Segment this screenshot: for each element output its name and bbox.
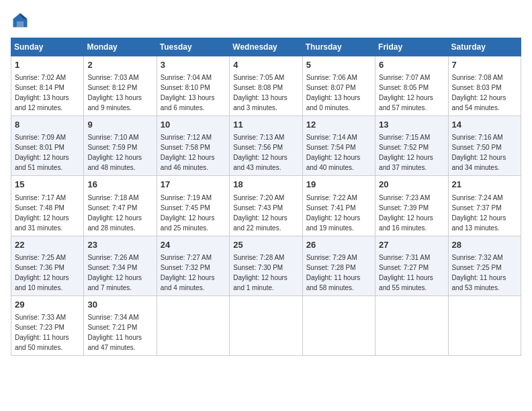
- day-number: 11: [233, 119, 298, 131]
- calendar-cell: 15Sunrise: 7:17 AMSunset: 7:48 PMDayligh…: [11, 176, 84, 236]
- calendar-cell: 28Sunrise: 7:32 AMSunset: 7:25 PMDayligh…: [448, 236, 521, 295]
- day-number: 1: [15, 59, 80, 71]
- day-number: 14: [452, 119, 517, 131]
- day-info: Sunrise: 7:27 AMSunset: 7:32 PMDaylight:…: [161, 254, 215, 291]
- day-info: Sunrise: 7:07 AMSunset: 8:05 PMDaylight:…: [379, 74, 433, 111]
- calendar-cell: 1Sunrise: 7:02 AMSunset: 8:14 PMDaylight…: [11, 56, 84, 116]
- day-number: 6: [379, 59, 444, 71]
- day-info: Sunrise: 7:20 AMSunset: 7:43 PMDaylight:…: [233, 194, 287, 232]
- calendar-cell: [448, 295, 521, 355]
- calendar-cell: 6Sunrise: 7:07 AMSunset: 8:05 PMDaylight…: [375, 56, 448, 116]
- day-number: 12: [306, 119, 371, 131]
- logo-icon: [11, 11, 30, 30]
- day-info: Sunrise: 7:32 AMSunset: 7:25 PMDaylight:…: [452, 254, 506, 291]
- day-number: 30: [87, 299, 152, 311]
- day-number: 13: [379, 119, 444, 131]
- day-info: Sunrise: 7:19 AMSunset: 7:45 PMDaylight:…: [161, 194, 215, 232]
- day-info: Sunrise: 7:29 AMSunset: 7:28 PMDaylight:…: [306, 254, 361, 291]
- calendar-cell: 9Sunrise: 7:10 AMSunset: 7:59 PMDaylight…: [84, 116, 157, 176]
- day-info: Sunrise: 7:22 AMSunset: 7:41 PMDaylight:…: [306, 194, 361, 232]
- day-number: 25: [233, 239, 298, 251]
- calendar-week-4: 29Sunrise: 7:33 AMSunset: 7:23 PMDayligh…: [11, 295, 521, 355]
- calendar-cell: 13Sunrise: 7:15 AMSunset: 7:52 PMDayligh…: [375, 116, 448, 176]
- day-number: 17: [161, 179, 226, 191]
- calendar-cell: 23Sunrise: 7:26 AMSunset: 7:34 PMDayligh…: [84, 236, 157, 295]
- calendar-table: SundayMondayTuesdayWednesdayThursdayFrid…: [11, 38, 521, 356]
- day-info: Sunrise: 7:03 AMSunset: 8:12 PMDaylight:…: [87, 74, 142, 111]
- page-header: [11, 11, 521, 30]
- day-info: Sunrise: 7:33 AMSunset: 7:23 PMDaylight:…: [15, 314, 69, 351]
- day-info: Sunrise: 7:12 AMSunset: 7:58 PMDaylight:…: [161, 134, 215, 171]
- day-number: 8: [15, 119, 80, 131]
- calendar-header-saturday: Saturday: [448, 38, 521, 56]
- day-info: Sunrise: 7:34 AMSunset: 7:21 PMDaylight:…: [87, 314, 142, 351]
- calendar-cell: 3Sunrise: 7:04 AMSunset: 8:10 PMDaylight…: [157, 56, 229, 116]
- calendar-cell: 16Sunrise: 7:18 AMSunset: 7:47 PMDayligh…: [84, 176, 157, 236]
- day-info: Sunrise: 7:25 AMSunset: 7:36 PMDaylight:…: [15, 254, 69, 291]
- day-number: 2: [87, 59, 152, 71]
- calendar-cell: 29Sunrise: 7:33 AMSunset: 7:23 PMDayligh…: [11, 295, 84, 355]
- day-number: 27: [379, 239, 444, 251]
- calendar-cell: 8Sunrise: 7:09 AMSunset: 8:01 PMDaylight…: [11, 116, 84, 176]
- calendar-header-thursday: Thursday: [302, 38, 375, 56]
- day-number: 4: [233, 59, 298, 71]
- day-info: Sunrise: 7:16 AMSunset: 7:50 PMDaylight:…: [452, 134, 506, 171]
- day-number: 15: [15, 179, 80, 191]
- day-number: 5: [306, 59, 371, 71]
- day-info: Sunrise: 7:18 AMSunset: 7:47 PMDaylight:…: [87, 194, 142, 232]
- day-number: 20: [379, 179, 444, 191]
- calendar-cell: 10Sunrise: 7:12 AMSunset: 7:58 PMDayligh…: [157, 116, 229, 176]
- day-info: Sunrise: 7:08 AMSunset: 8:03 PMDaylight:…: [452, 74, 506, 111]
- calendar-cell: 2Sunrise: 7:03 AMSunset: 8:12 PMDaylight…: [84, 56, 157, 116]
- day-number: 26: [306, 239, 371, 251]
- day-info: Sunrise: 7:09 AMSunset: 8:01 PMDaylight:…: [15, 134, 69, 171]
- calendar-header-friday: Friday: [375, 38, 448, 56]
- calendar-cell: 26Sunrise: 7:29 AMSunset: 7:28 PMDayligh…: [302, 236, 375, 295]
- day-info: Sunrise: 7:06 AMSunset: 8:07 PMDaylight:…: [306, 74, 361, 111]
- calendar-cell: 27Sunrise: 7:31 AMSunset: 7:27 PMDayligh…: [375, 236, 448, 295]
- day-number: 19: [306, 179, 371, 191]
- calendar-week-2: 15Sunrise: 7:17 AMSunset: 7:48 PMDayligh…: [11, 176, 521, 236]
- calendar-cell: 17Sunrise: 7:19 AMSunset: 7:45 PMDayligh…: [157, 176, 229, 236]
- day-number: 3: [161, 59, 226, 71]
- calendar-week-0: 1Sunrise: 7:02 AMSunset: 8:14 PMDaylight…: [11, 56, 521, 116]
- calendar-week-1: 8Sunrise: 7:09 AMSunset: 8:01 PMDaylight…: [11, 116, 521, 176]
- day-number: 7: [452, 59, 517, 71]
- calendar-cell: [230, 295, 302, 355]
- day-number: 23: [87, 239, 152, 251]
- svg-rect-2: [17, 21, 24, 28]
- day-info: Sunrise: 7:02 AMSunset: 8:14 PMDaylight:…: [15, 74, 69, 111]
- day-number: 22: [15, 239, 80, 251]
- day-info: Sunrise: 7:10 AMSunset: 7:59 PMDaylight:…: [87, 134, 142, 171]
- day-number: 29: [15, 299, 80, 311]
- calendar-cell: 11Sunrise: 7:13 AMSunset: 7:56 PMDayligh…: [230, 116, 302, 176]
- calendar-cell: 18Sunrise: 7:20 AMSunset: 7:43 PMDayligh…: [230, 176, 302, 236]
- day-info: Sunrise: 7:13 AMSunset: 7:56 PMDaylight:…: [233, 134, 287, 171]
- logo: [11, 11, 32, 30]
- day-info: Sunrise: 7:05 AMSunset: 8:08 PMDaylight:…: [233, 74, 287, 111]
- calendar-cell: 4Sunrise: 7:05 AMSunset: 8:08 PMDaylight…: [230, 56, 302, 116]
- day-number: 9: [87, 119, 152, 131]
- day-info: Sunrise: 7:15 AMSunset: 7:52 PMDaylight:…: [379, 134, 433, 171]
- calendar-cell: 22Sunrise: 7:25 AMSunset: 7:36 PMDayligh…: [11, 236, 84, 295]
- calendar-cell: 30Sunrise: 7:34 AMSunset: 7:21 PMDayligh…: [84, 295, 157, 355]
- day-info: Sunrise: 7:04 AMSunset: 8:10 PMDaylight:…: [161, 74, 215, 111]
- calendar-cell: 5Sunrise: 7:06 AMSunset: 8:07 PMDaylight…: [302, 56, 375, 116]
- day-info: Sunrise: 7:17 AMSunset: 7:48 PMDaylight:…: [15, 194, 69, 232]
- day-number: 21: [452, 179, 517, 191]
- calendar-header-monday: Monday: [84, 38, 157, 56]
- day-info: Sunrise: 7:26 AMSunset: 7:34 PMDaylight:…: [87, 254, 142, 291]
- calendar-cell: 12Sunrise: 7:14 AMSunset: 7:54 PMDayligh…: [302, 116, 375, 176]
- calendar-cell: 20Sunrise: 7:23 AMSunset: 7:39 PMDayligh…: [375, 176, 448, 236]
- day-info: Sunrise: 7:31 AMSunset: 7:27 PMDaylight:…: [379, 254, 433, 291]
- calendar-week-3: 22Sunrise: 7:25 AMSunset: 7:36 PMDayligh…: [11, 236, 521, 295]
- day-number: 24: [161, 239, 226, 251]
- day-number: 18: [233, 179, 298, 191]
- calendar-cell: 19Sunrise: 7:22 AMSunset: 7:41 PMDayligh…: [302, 176, 375, 236]
- day-number: 10: [161, 119, 226, 131]
- day-info: Sunrise: 7:24 AMSunset: 7:37 PMDaylight:…: [452, 194, 506, 232]
- calendar-cell: 7Sunrise: 7:08 AMSunset: 8:03 PMDaylight…: [448, 56, 521, 116]
- calendar-header-sunday: Sunday: [11, 38, 84, 56]
- calendar-header-wednesday: Wednesday: [230, 38, 302, 56]
- calendar-cell: 14Sunrise: 7:16 AMSunset: 7:50 PMDayligh…: [448, 116, 521, 176]
